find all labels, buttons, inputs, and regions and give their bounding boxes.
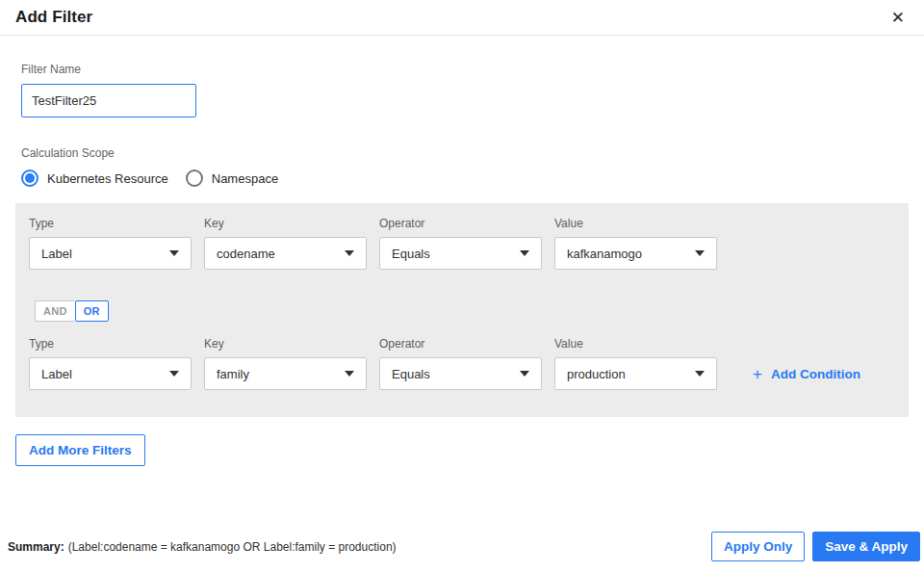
radio-kubernetes-resource[interactable]: Kubernetes Resource — [21, 169, 168, 187]
footer-actions: Apply Only Save & Apply — [711, 532, 920, 561]
value-label: Value — [554, 217, 717, 230]
type-dropdown[interactable]: Label — [29, 237, 192, 270]
chevron-down-icon — [169, 250, 179, 256]
value-label: Value — [554, 337, 717, 351]
dropdown-value: codename — [217, 247, 275, 261]
radio-label: Kubernetes Resource — [47, 171, 168, 186]
plus-icon: + — [753, 366, 762, 382]
conditions-panel: Type Label Key codename Operator Equals — [15, 203, 909, 417]
add-more-filters-button[interactable]: Add More Filters — [15, 434, 145, 466]
operator-dropdown[interactable]: Equals — [379, 237, 542, 270]
dropdown-value: Equals — [392, 367, 430, 381]
dropdown-value: Label — [41, 247, 72, 261]
filter-summary: Summary:(Label:codename = kafkanamogo OR… — [8, 540, 397, 554]
dropdown-value: Label — [41, 367, 72, 381]
key-dropdown[interactable]: family — [204, 357, 367, 390]
logic-or-button[interactable]: OR — [75, 300, 109, 322]
condition-field-type: Type Label — [29, 337, 192, 390]
calculation-scope-label: Calculation Scope — [21, 146, 909, 160]
dropdown-value: production — [567, 367, 626, 381]
calculation-scope-section: Calculation Scope Kubernetes Resource Na… — [15, 146, 909, 187]
condition-field-type: Type Label — [29, 217, 192, 270]
dropdown-value: kafkanamogo — [567, 247, 642, 261]
modal-body: Filter Name Calculation Scope Kubernetes… — [0, 36, 924, 466]
chevron-down-icon — [345, 250, 354, 256]
calculation-scope-options: Kubernetes Resource Namespace — [21, 169, 909, 187]
chevron-down-icon — [169, 371, 179, 377]
type-dropdown[interactable]: Label — [29, 357, 192, 390]
radio-selected-icon — [21, 169, 38, 187]
value-dropdown[interactable]: kafkanamogo — [554, 237, 717, 270]
close-icon[interactable]: ✕ — [887, 8, 909, 28]
condition-field-operator: Operator Equals — [379, 337, 542, 390]
summary-label: Summary: — [8, 540, 64, 554]
dropdown-value: Equals — [392, 247, 430, 261]
chevron-down-icon — [345, 371, 354, 377]
value-dropdown[interactable]: production — [554, 357, 717, 390]
apply-only-button[interactable]: Apply Only — [711, 532, 805, 561]
radio-unselected-icon — [186, 169, 203, 187]
summary-text: (Label:codename = kafkanamogo OR Label:f… — [68, 540, 397, 554]
chevron-down-icon — [520, 250, 529, 256]
condition-field-key: Key family — [204, 337, 367, 390]
key-label: Key — [204, 337, 367, 351]
type-label: Type — [29, 337, 192, 351]
operator-dropdown[interactable]: Equals — [379, 357, 542, 390]
chevron-down-icon — [695, 250, 705, 256]
condition-row-2: Type Label Key family Operator Equals — [29, 337, 895, 390]
type-label: Type — [29, 217, 192, 230]
operator-label: Operator — [379, 337, 542, 351]
radio-label: Namespace — [212, 171, 278, 186]
condition-row-1: Type Label Key codename Operator Equals — [29, 217, 895, 270]
chevron-down-icon — [695, 371, 705, 377]
operator-label: Operator — [379, 217, 542, 230]
condition-field-key: Key codename — [204, 217, 367, 270]
radio-namespace[interactable]: Namespace — [186, 169, 278, 187]
logic-and-button[interactable]: AND — [35, 300, 75, 322]
key-label: Key — [204, 217, 367, 230]
page-title: Add Filter — [15, 8, 92, 27]
modal-header: Add Filter ✕ — [0, 0, 924, 36]
save-apply-button[interactable]: Save & Apply — [812, 532, 920, 561]
add-condition-label: Add Condition — [771, 367, 860, 381]
condition-field-operator: Operator Equals — [379, 217, 542, 270]
dropdown-value: family — [217, 367, 249, 381]
condition-field-value: Value production — [554, 337, 717, 390]
filter-name-label: Filter Name — [21, 63, 909, 76]
condition-field-value: Value kafkanamogo — [554, 217, 717, 270]
filter-name-input[interactable] — [21, 84, 196, 117]
key-dropdown[interactable]: codename — [204, 237, 367, 270]
logic-toggle: AND OR — [35, 300, 109, 322]
chevron-down-icon — [520, 371, 529, 377]
add-condition-button[interactable]: + Add Condition — [753, 366, 860, 382]
modal-footer: Summary:(Label:codename = kafkanamogo OR… — [0, 532, 924, 573]
